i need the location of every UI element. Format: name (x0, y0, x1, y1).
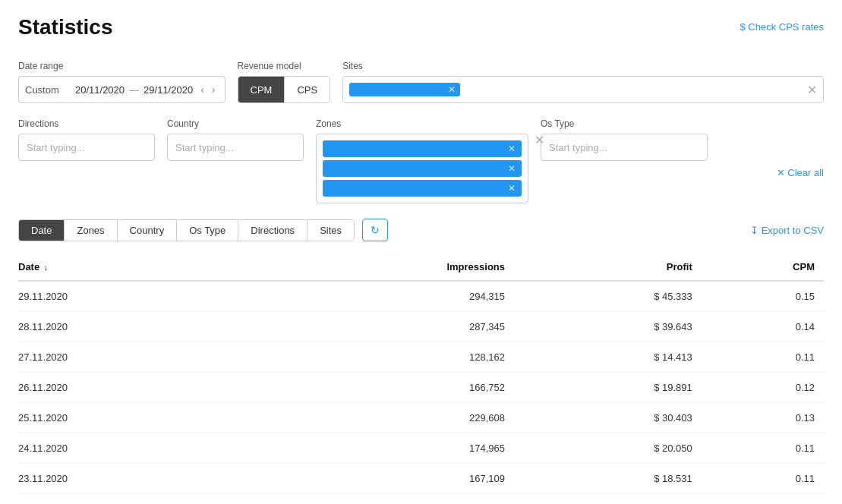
col-profit: Profit (514, 254, 702, 281)
cell-cpm: 0.11 (702, 433, 824, 464)
cell-profit: $ 45.333 (514, 281, 702, 312)
date-separator: — (129, 84, 139, 96)
os-type-input[interactable] (541, 134, 708, 161)
cell-impressions: 401,797 (249, 494, 514, 505)
cell-date: 29.11.2020 (18, 281, 249, 312)
statistics-table: Date ↓ Impressions Profit CPM 29.11.2020… (18, 254, 824, 504)
clear-all-button[interactable]: ✕ Clear all (777, 167, 824, 178)
sites-clear-icon[interactable]: ✕ (807, 83, 817, 97)
table-row: 27.11.2020 128,162 $ 14.413 0.11 (18, 342, 824, 373)
cell-profit: $ 30.403 (514, 403, 702, 433)
date-range-group: Date range Custom 20/11/2020 — 29/11/202… (18, 61, 225, 103)
zones-dropdown[interactable]: new-tag ████████████████ ✕ new-tag █████… (316, 134, 528, 203)
os-type-label: Os Type (541, 118, 824, 129)
site-tag-text: ████████████████ (354, 84, 445, 95)
cell-profit: $ 20.050 (514, 433, 702, 464)
zone-tag-3-close[interactable]: ✕ (508, 184, 516, 193)
page-title: Statistics (18, 15, 113, 39)
table-row: 26.11.2020 166,752 $ 19.891 0.12 (18, 373, 824, 403)
table-row: 28.11.2020 287,345 $ 39.643 0.14 (18, 312, 824, 342)
zone-tag-3: new-tag ████████████████ ✕ (323, 180, 522, 197)
cell-impressions: 229,608 (249, 403, 514, 433)
os-type-and-clear: Os Type ✕ Clear all (541, 118, 824, 178)
export-csv-button[interactable]: ↧ Export to CSV (750, 225, 824, 236)
cell-cpm: 0.11 (702, 464, 824, 494)
zone-tag-2-close[interactable]: ✕ (508, 164, 516, 173)
tab-country[interactable]: Country (118, 220, 178, 241)
cell-profit: $ 20.085 (514, 494, 702, 505)
cell-impressions: 166,752 (249, 373, 514, 403)
zone-tag-2-text: new-tag ████████████████ (329, 163, 505, 174)
cell-cpm: 0.11 (702, 342, 824, 373)
zones-label: Zones (316, 118, 528, 129)
sites-input[interactable]: ████████████████ ✕ ✕ (342, 76, 824, 103)
cell-cpm: 0.05 (702, 494, 824, 505)
country-label: Country (167, 118, 304, 129)
date-range-label: Date range (18, 61, 225, 71)
cell-cpm: 0.13 (702, 403, 824, 433)
date-range-input[interactable]: Custom 20/11/2020 — 29/11/2020 ‹ › (18, 76, 225, 103)
export-label: Export to CSV (762, 225, 824, 236)
header: Statistics $ Check CPS rates (18, 15, 824, 39)
statistics-table-wrap: Date ↓ Impressions Profit CPM 29.11.2020… (18, 254, 824, 504)
date-next-button[interactable]: › (209, 82, 219, 97)
cell-date: 26.11.2020 (18, 373, 249, 403)
zones-group: Zones new-tag ████████████████ ✕ new-tag… (316, 118, 528, 203)
country-input[interactable] (167, 134, 304, 161)
zone-tag-1-close[interactable]: ✕ (508, 144, 516, 153)
cell-profit: $ 18.531 (514, 464, 702, 494)
cell-profit: $ 39.643 (514, 312, 702, 342)
zone-tag-1: new-tag ████████████████ ✕ (323, 140, 522, 157)
group-tabs: Date Zones Country Os Type Directions Si… (18, 219, 355, 241)
tab-zones[interactable]: Zones (65, 220, 117, 241)
cell-profit: $ 14.413 (514, 342, 702, 373)
revenue-model-group: Revenue model CPM CPS (238, 61, 331, 103)
cell-impressions: 167,109 (249, 464, 514, 494)
cps-button[interactable]: CPS (285, 77, 330, 102)
date-nav-btns: ‹ › (197, 82, 218, 97)
cell-date: 27.11.2020 (18, 342, 249, 373)
cell-date: 25.11.2020 (18, 403, 249, 433)
cpm-button[interactable]: CPM (238, 77, 285, 102)
table-row: 23.11.2020 167,109 $ 18.531 0.11 (18, 464, 824, 494)
date-range-dates: 20/11/2020 — 29/11/2020 (75, 84, 193, 96)
table-row: 29.11.2020 294,315 $ 45.333 0.15 (18, 281, 824, 312)
cell-date: 22.11.2020 (18, 494, 249, 505)
directions-input[interactable] (18, 134, 155, 161)
cell-date: 23.11.2020 (18, 464, 249, 494)
tab-sites[interactable]: Sites (307, 220, 354, 241)
country-group: Country (167, 118, 304, 161)
sort-icon-date: ↓ (44, 263, 49, 272)
tab-date[interactable]: Date (19, 220, 65, 241)
check-cps-link[interactable]: $ Check CPS rates (740, 21, 824, 33)
zone-tag-2: new-tag ████████████████ ✕ (323, 160, 522, 177)
site-tag: ████████████████ ✕ (349, 83, 460, 96)
sites-group: Sites ████████████████ ✕ ✕ (342, 61, 824, 103)
tab-os-type[interactable]: Os Type (177, 220, 238, 241)
table-row: 22.11.2020 401,797 $ 20.085 0.05 (18, 494, 824, 505)
date-to: 29/11/2020 (143, 84, 193, 96)
cell-cpm: 0.12 (702, 373, 824, 403)
col-impressions: Impressions (249, 254, 514, 281)
zone-tag-3-text: new-tag ████████████████ (329, 183, 505, 194)
col-date[interactable]: Date ↓ (18, 254, 249, 281)
cell-impressions: 287,345 (249, 312, 514, 342)
group-tabs-row: Date Zones Country Os Type Directions Si… (18, 219, 824, 241)
tab-directions[interactable]: Directions (238, 220, 307, 241)
directions-label: Directions (18, 118, 155, 129)
table-header: Date ↓ Impressions Profit CPM (18, 254, 824, 281)
cell-impressions: 174,965 (249, 433, 514, 464)
col-cpm: CPM (702, 254, 824, 281)
table-header-row: Date ↓ Impressions Profit CPM (18, 254, 824, 281)
zone-tag-1-text: new-tag ████████████████ (329, 143, 505, 154)
cell-impressions: 128,162 (249, 342, 514, 373)
zones-dropdown-close[interactable]: ✕ (535, 133, 544, 147)
sites-label: Sites (342, 61, 824, 71)
refresh-button[interactable]: ↻ (362, 219, 388, 241)
directions-group: Directions (18, 118, 155, 161)
table-body: 29.11.2020 294,315 $ 45.333 0.15 28.11.2… (18, 281, 824, 504)
date-prev-button[interactable]: ‹ (197, 82, 207, 97)
clear-all-row: ✕ Clear all (541, 167, 824, 178)
filters-row2: Directions Country Zones new-tag ███████… (18, 118, 824, 203)
site-tag-close[interactable]: ✕ (448, 85, 456, 94)
